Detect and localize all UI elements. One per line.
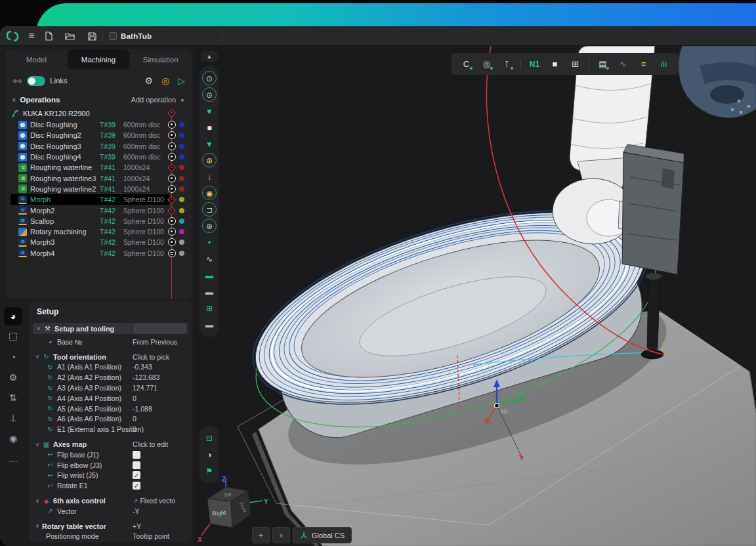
new-file-icon[interactable] xyxy=(41,26,56,46)
spindle-head-icon[interactable]: ⊙ xyxy=(200,70,219,87)
setup-row-a1-axis-a1-position-[interactable]: ↻A1 (Axis A1 Position)-0.343 xyxy=(29,362,192,373)
operation-row[interactable]: Disc Roughing3T#39600mm disc xyxy=(10,141,169,152)
setup-row-flip-elbow-j3-[interactable]: ↩Flip elbow (J3) xyxy=(29,460,192,471)
links-toggle[interactable] xyxy=(27,76,45,86)
setup-row-vector[interactable]: ↗Vector-Y xyxy=(29,506,192,516)
chevron-down-icon[interactable]: ∨ xyxy=(37,326,43,331)
point-icon[interactable]: • xyxy=(200,234,219,251)
shading-icon[interactable]: ◑ xyxy=(200,446,219,463)
machine-settings-icon[interactable]: ⚙ xyxy=(4,368,22,387)
checkbox-unchecked[interactable] xyxy=(133,451,140,459)
robot-node[interactable]: KUKA KR120 R2900 xyxy=(10,108,169,119)
setup-tab-icon[interactable]: ◕ xyxy=(4,307,22,326)
add-operation-button[interactable]: Add operation▼ xyxy=(131,96,185,104)
scene-canvas[interactable]: N1 xyxy=(194,46,756,546)
setup-row-a5-axis-a5-position-[interactable]: ↻A5 (Axis A5 Position)-1.088 xyxy=(29,404,192,414)
setup-row-base-[interactable]: ◕Base №From Previous xyxy=(29,337,192,347)
run-play-icon[interactable]: ▷ xyxy=(178,75,185,86)
workpiece-tab-icon[interactable] xyxy=(4,327,22,346)
setup-row-a3-axis-a3-position-[interactable]: ↻A3 (Axis A3 Position)124.771 xyxy=(29,383,192,393)
app-logo[interactable] xyxy=(5,30,20,43)
tab-model[interactable]: Model xyxy=(5,49,68,70)
drill-tool-icon[interactable]: ⊥ xyxy=(4,409,22,427)
setup-row-axes-map[interactable]: ∨▦Axes mapClick to edit xyxy=(29,439,192,450)
stock-box-icon[interactable]: ■ xyxy=(200,119,219,136)
open-file-icon[interactable] xyxy=(62,26,77,46)
spindle-body-icon[interactable]: ⊙ xyxy=(200,87,219,103)
operation-row[interactable]: ≣Roughing waterline2T#411000x24 xyxy=(10,184,169,194)
operation-row[interactable]: Disc RoughingT#39600mm disc xyxy=(10,119,169,130)
chevron-down-icon[interactable]: ∨ xyxy=(35,354,42,360)
add-cs-button[interactable]: + xyxy=(252,527,270,543)
more-tools-icon[interactable]: … xyxy=(4,450,22,468)
holder-icon[interactable]: ◉ xyxy=(200,185,219,201)
surface-point-icon[interactable]: ▬ xyxy=(200,316,219,333)
chevron-down-icon[interactable]: ∨ xyxy=(12,96,16,103)
operation-row[interactable]: ≋MorphT#42Sphere D100 xyxy=(10,194,169,205)
setup-row-tool-orientation[interactable]: ∨↻Tool orientationClick to pick xyxy=(29,352,192,362)
tool-small-icon[interactable]: ▼ xyxy=(200,103,219,119)
operation-row[interactable]: ≋Morph2T#42Sphere D100 xyxy=(10,205,169,215)
setup-row-flip-wrist-j5-[interactable]: ↩Flip wrist (J5)✓ xyxy=(29,471,192,481)
simulate-icon[interactable]: ◎ xyxy=(161,75,169,86)
setup-row-flip-base-j1-[interactable]: ↩Flip base (J1) xyxy=(29,450,192,460)
setup-tooling-field[interactable] xyxy=(133,324,186,333)
cs-dropdown-button[interactable]: ∨ xyxy=(272,527,290,543)
measure-icon[interactable]: ◎ xyxy=(477,56,496,73)
tool-green-icon[interactable]: ▼ xyxy=(200,136,219,152)
collapse-toolbar-button[interactable]: ▲ xyxy=(201,51,218,62)
rotary-tool-icon[interactable]: ◉ xyxy=(4,429,22,448)
stock-icon[interactable]: ■ xyxy=(545,56,564,73)
setup-row-positioning-mode[interactable]: Positioning modeTooltip point xyxy=(29,532,192,542)
checkbox-checked[interactable]: ✓ xyxy=(133,482,140,490)
settings-gear-icon[interactable]: ⚙ xyxy=(144,75,153,86)
operation-row[interactable]: ≋ScallopT#42Sphere D100 xyxy=(10,216,169,226)
frames-n1-icon[interactable]: N1 xyxy=(525,56,544,73)
operation-row[interactable]: Rotary machiningT#42Sphere D100 xyxy=(10,226,169,237)
save-icon[interactable] xyxy=(84,26,100,46)
operation-row[interactable]: ≋Morph3T#42Sphere D100 xyxy=(10,237,169,247)
setup-row-e1-external-axis-1-position-[interactable]: ↻E1 (External axis 1 Position)0 xyxy=(29,424,192,434)
hamburger-menu-icon[interactable]: ≡ xyxy=(24,26,39,46)
machine-panel-icon[interactable]: ▤ xyxy=(593,56,612,73)
checkbox-checked[interactable]: ✓ xyxy=(133,471,140,479)
operation-row[interactable]: Disc Roughing2T#39600mm disc xyxy=(10,130,169,140)
chevron-down-icon[interactable]: ∨ xyxy=(35,523,42,529)
surface-gray-icon[interactable]: ▬ xyxy=(200,284,219,300)
parameters-icon[interactable]: ⇅ xyxy=(4,388,22,407)
curve-icon[interactable]: ∿ xyxy=(200,251,219,267)
setup-row-rotate-e1[interactable]: ↩Rotate E1✓ xyxy=(29,480,192,491)
operation-row[interactable]: ≣Roughing waterline3T#411000x24 xyxy=(10,173,169,183)
caliper-icon[interactable]: ⊺ xyxy=(497,56,516,73)
operation-row[interactable]: ≋Morph4T#42Sphere D100 xyxy=(10,248,169,259)
chevron-down-icon[interactable]: ∨ xyxy=(35,442,42,448)
setup-row-setup-and-tooling[interactable]: ∨⚒Setup and tooling xyxy=(33,323,188,334)
bracket-icon[interactable]: ⊐ xyxy=(200,201,219,218)
tab-machining[interactable]: Machining xyxy=(68,49,130,70)
tab-simulation[interactable]: Simulation xyxy=(129,49,192,70)
tool-pair-icon[interactable]: ⊞ xyxy=(566,56,585,73)
stats-icon[interactable]: ılı xyxy=(654,56,673,73)
global-cs-button[interactable]: Global CS xyxy=(293,527,352,543)
setup-row-a4-axis-a4-position-[interactable]: ↻A4 (Axis A4 Position)0 xyxy=(29,393,192,404)
operation-row[interactable]: ≣Roughing waterlineT#411000x24 xyxy=(10,162,169,173)
operation-row[interactable]: Disc Roughing4T#39600mm disc xyxy=(10,152,169,162)
setup-row-a6-axis-a6-position-[interactable]: ↻A6 (Axis A6 Position)0 xyxy=(29,414,192,425)
tool-tip-icon[interactable]: ⊕ xyxy=(200,152,219,169)
tool-yellow-icon[interactable]: ↓ xyxy=(200,169,219,185)
viewport-3d[interactable]: N1 ▲ ⊙⊙▼■▼⊕↓◉⊐⊛•∿▬▬⊞▬ ⊡◑⚑ C◎⊺N1■⊞▤∿≡ılı … xyxy=(194,46,756,546)
setup-row-a2-axis-a2-position-[interactable]: ↻A2 (Axis A2 Position)-123.683 xyxy=(29,372,192,383)
mesh-surface-icon[interactable]: ⊞ xyxy=(200,300,219,316)
mesh-icon[interactable]: ⊛ xyxy=(200,218,219,234)
checkbox-unchecked[interactable] xyxy=(133,461,140,469)
layers-icon[interactable]: ≡ xyxy=(634,56,653,73)
document-checkbox-icon[interactable] xyxy=(109,32,117,40)
chevron-down-icon[interactable]: ∨ xyxy=(35,498,42,504)
arc-fit-icon[interactable]: C xyxy=(457,56,476,73)
surface-green-icon[interactable]: ▬ xyxy=(200,267,219,284)
setup-row-rotary-table-vector[interactable]: ∨Rotary table vector+Y xyxy=(29,521,192,532)
setup-row-6th-axis-control[interactable]: ∨◈6th axis control↗Fixed vecto xyxy=(29,495,192,506)
graph-icon[interactable]: ∿ xyxy=(614,56,633,73)
fit-view-icon[interactable]: ⊡ xyxy=(200,430,219,446)
tool-library-icon[interactable]: ◔ xyxy=(4,348,22,366)
